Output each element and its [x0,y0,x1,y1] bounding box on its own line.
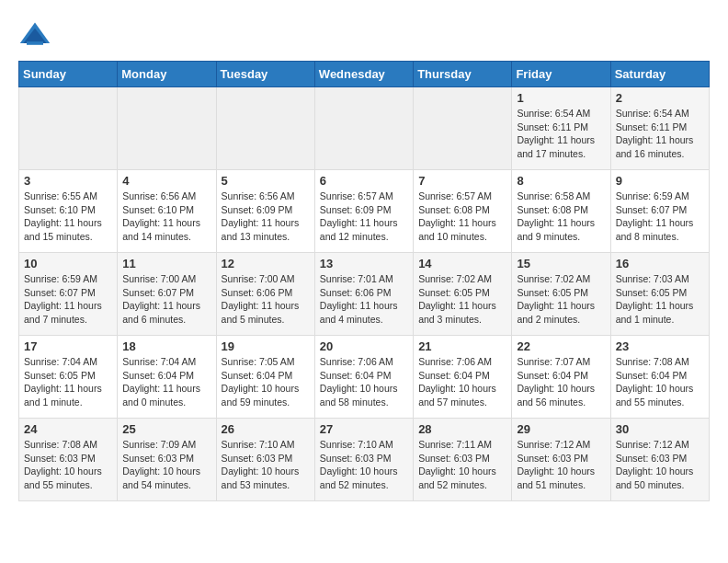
calendar-cell: 13Sunrise: 7:01 AMSunset: 6:06 PMDayligh… [314,253,413,336]
day-info: Sunrise: 7:11 AMSunset: 6:03 PMDaylight:… [418,438,506,492]
calendar-cell: 12Sunrise: 7:00 AMSunset: 6:06 PMDayligh… [216,253,314,336]
calendar-cell: 20Sunrise: 7:06 AMSunset: 6:04 PMDayligh… [314,336,413,419]
calendar-cell: 24Sunrise: 7:08 AMSunset: 6:03 PMDayligh… [19,419,118,501]
day-info: Sunrise: 7:06 AMSunset: 6:04 PMDaylight:… [418,355,506,409]
day-info: Sunrise: 7:04 AMSunset: 6:05 PMDaylight:… [24,355,112,409]
day-info: Sunrise: 7:02 AMSunset: 6:05 PMDaylight:… [418,272,506,327]
calendar-cell [414,87,512,170]
day-number: 23 [616,339,704,353]
header-sunday: Sunday [19,62,118,87]
day-number: 1 [517,91,605,105]
calendar-cell: 11Sunrise: 7:00 AMSunset: 6:07 PMDayligh… [118,253,216,336]
calendar-cell [314,87,413,170]
day-number: 21 [418,339,506,353]
day-info: Sunrise: 7:12 AMSunset: 6:03 PMDaylight:… [517,438,605,492]
day-info: Sunrise: 7:10 AMSunset: 6:03 PMDaylight:… [222,438,310,492]
day-info: Sunrise: 6:59 AMSunset: 6:07 PMDaylight:… [24,272,112,327]
calendar-cell: 9Sunrise: 6:59 AMSunset: 6:07 PMDaylight… [610,170,709,253]
calendar-cell: 3Sunrise: 6:55 AMSunset: 6:10 PMDaylight… [19,170,118,253]
day-number: 24 [24,422,112,436]
header-saturday: Saturday [610,62,709,87]
day-number: 4 [122,174,210,188]
calendar-table: SundayMondayTuesdayWednesdayThursdayFrid… [18,61,710,501]
day-number: 10 [24,257,112,270]
day-number: 13 [320,257,408,270]
day-info: Sunrise: 7:05 AMSunset: 6:04 PMDaylight:… [222,355,310,409]
header-wednesday: Wednesday [314,62,413,87]
day-info: Sunrise: 7:06 AMSunset: 6:04 PMDaylight:… [320,355,408,409]
day-number: 12 [222,257,310,270]
day-number: 6 [320,174,408,188]
calendar-week-row: 17Sunrise: 7:04 AMSunset: 6:05 PMDayligh… [19,336,710,419]
day-number: 25 [122,422,210,436]
day-info: Sunrise: 7:00 AMSunset: 6:07 PMDaylight:… [122,272,210,327]
calendar-header-row: SundayMondayTuesdayWednesdayThursdayFrid… [19,62,710,87]
calendar-cell: 4Sunrise: 6:56 AMSunset: 6:10 PMDaylight… [118,170,216,253]
day-number: 20 [320,339,408,353]
day-number: 7 [418,174,506,188]
day-info: Sunrise: 6:59 AMSunset: 6:07 PMDaylight:… [616,190,704,244]
calendar-cell: 16Sunrise: 7:03 AMSunset: 6:05 PMDayligh… [610,253,709,336]
day-number: 29 [517,422,605,436]
day-number: 3 [24,174,112,188]
day-info: Sunrise: 7:01 AMSunset: 6:06 PMDaylight:… [320,272,408,327]
day-info: Sunrise: 6:58 AMSunset: 6:08 PMDaylight:… [517,190,605,244]
day-info: Sunrise: 7:07 AMSunset: 6:04 PMDaylight:… [517,355,605,409]
day-number: 18 [122,339,210,353]
day-number: 28 [418,422,506,436]
calendar-cell [118,87,216,170]
day-info: Sunrise: 7:04 AMSunset: 6:04 PMDaylight:… [122,355,210,409]
day-number: 2 [616,91,704,105]
logo [18,18,57,52]
day-info: Sunrise: 7:08 AMSunset: 6:03 PMDaylight:… [24,438,112,492]
day-number: 27 [320,422,408,436]
calendar-cell: 1Sunrise: 6:54 AMSunset: 6:11 PMDaylight… [512,87,610,170]
day-number: 8 [517,174,605,188]
calendar-cell: 25Sunrise: 7:09 AMSunset: 6:03 PMDayligh… [118,419,216,501]
day-number: 14 [418,257,506,270]
calendar-cell: 7Sunrise: 6:57 AMSunset: 6:08 PMDaylight… [414,170,512,253]
header-thursday: Thursday [414,62,512,87]
day-info: Sunrise: 6:55 AMSunset: 6:10 PMDaylight:… [24,190,112,244]
day-number: 22 [517,339,605,353]
day-info: Sunrise: 7:10 AMSunset: 6:03 PMDaylight:… [320,438,408,492]
calendar-cell: 10Sunrise: 6:59 AMSunset: 6:07 PMDayligh… [19,253,118,336]
day-info: Sunrise: 6:54 AMSunset: 6:11 PMDaylight:… [517,107,605,161]
calendar-cell [216,87,314,170]
calendar-cell: 30Sunrise: 7:12 AMSunset: 6:03 PMDayligh… [610,419,709,501]
day-info: Sunrise: 6:56 AMSunset: 6:09 PMDaylight:… [222,190,310,244]
calendar-cell: 18Sunrise: 7:04 AMSunset: 6:04 PMDayligh… [118,336,216,419]
day-number: 9 [616,174,704,188]
day-info: Sunrise: 7:08 AMSunset: 6:04 PMDaylight:… [616,355,704,409]
day-info: Sunrise: 6:57 AMSunset: 6:09 PMDaylight:… [320,190,408,244]
header-monday: Monday [118,62,216,87]
day-info: Sunrise: 7:00 AMSunset: 6:06 PMDaylight:… [222,272,310,327]
day-info: Sunrise: 7:03 AMSunset: 6:05 PMDaylight:… [616,272,704,327]
calendar-cell: 17Sunrise: 7:04 AMSunset: 6:05 PMDayligh… [19,336,118,419]
calendar-cell: 15Sunrise: 7:02 AMSunset: 6:05 PMDayligh… [512,253,610,336]
day-number: 30 [616,422,704,436]
calendar-cell: 14Sunrise: 7:02 AMSunset: 6:05 PMDayligh… [414,253,512,336]
day-info: Sunrise: 6:57 AMSunset: 6:08 PMDaylight:… [418,190,506,244]
day-number: 16 [616,257,704,270]
calendar-cell: 6Sunrise: 6:57 AMSunset: 6:09 PMDaylight… [314,170,413,253]
header [18,18,710,52]
svg-rect-2 [27,41,43,45]
day-info: Sunrise: 7:12 AMSunset: 6:03 PMDaylight:… [616,438,704,492]
calendar-cell: 29Sunrise: 7:12 AMSunset: 6:03 PMDayligh… [512,419,610,501]
calendar-week-row: 10Sunrise: 6:59 AMSunset: 6:07 PMDayligh… [19,253,710,336]
calendar-cell: 5Sunrise: 6:56 AMSunset: 6:09 PMDaylight… [216,170,314,253]
day-number: 19 [222,339,310,353]
day-info: Sunrise: 7:09 AMSunset: 6:03 PMDaylight:… [122,438,210,492]
day-number: 17 [24,339,112,353]
day-number: 11 [122,257,210,270]
calendar-cell: 2Sunrise: 6:54 AMSunset: 6:11 PMDaylight… [610,87,709,170]
calendar-cell: 22Sunrise: 7:07 AMSunset: 6:04 PMDayligh… [512,336,610,419]
calendar-week-row: 1Sunrise: 6:54 AMSunset: 6:11 PMDaylight… [19,87,710,170]
calendar-week-row: 24Sunrise: 7:08 AMSunset: 6:03 PMDayligh… [19,419,710,501]
calendar-cell: 19Sunrise: 7:05 AMSunset: 6:04 PMDayligh… [216,336,314,419]
day-number: 5 [222,174,310,188]
calendar-week-row: 3Sunrise: 6:55 AMSunset: 6:10 PMDaylight… [19,170,710,253]
header-tuesday: Tuesday [216,62,314,87]
calendar-cell [19,87,118,170]
